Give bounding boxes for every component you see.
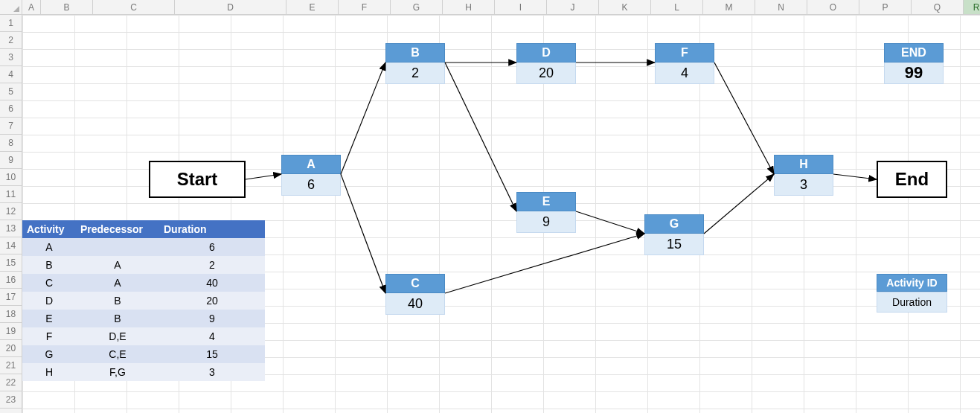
- table-row[interactable]: FD,E4: [22, 327, 265, 345]
- table-cell-activity[interactable]: C: [22, 274, 76, 292]
- table-cell-activity[interactable]: A: [22, 238, 76, 256]
- table-cell-duration[interactable]: 9: [159, 310, 265, 327]
- row-header-18[interactable]: 18: [0, 306, 22, 323]
- row-header-16[interactable]: 16: [0, 272, 22, 289]
- row-header-12[interactable]: 12: [0, 203, 22, 220]
- table-cell-predecessor[interactable]: F,G: [76, 363, 159, 381]
- table-row[interactable]: DB20: [22, 292, 265, 310]
- activity-node-H[interactable]: H3: [774, 155, 833, 196]
- table-cell-duration[interactable]: 20: [159, 292, 265, 310]
- start-node[interactable]: Start: [149, 161, 246, 198]
- table-cell-activity[interactable]: D: [22, 292, 76, 310]
- column-header-C[interactable]: C: [93, 0, 175, 15]
- activity-node-head-B: B: [385, 43, 445, 63]
- column-header-G[interactable]: G: [391, 0, 443, 15]
- row-header-4[interactable]: 4: [0, 66, 22, 83]
- column-header-Q[interactable]: Q: [912, 0, 964, 15]
- activity-node-F[interactable]: F4: [655, 43, 714, 84]
- row-header-1[interactable]: 1: [0, 15, 22, 32]
- table-header-activity[interactable]: Activity: [22, 220, 76, 238]
- row-header-17[interactable]: 17: [0, 289, 22, 306]
- column-header-I[interactable]: I: [495, 0, 547, 15]
- table-row[interactable]: EB9: [22, 310, 265, 327]
- row-header-10[interactable]: 10: [0, 169, 22, 186]
- row-header-22[interactable]: 22: [0, 374, 22, 391]
- table-row[interactable]: A6: [22, 238, 265, 256]
- row-header-15[interactable]: 15: [0, 254, 22, 272]
- row-header-21[interactable]: 21: [0, 357, 22, 374]
- activity-node-A[interactable]: A6: [281, 155, 341, 196]
- activity-node-duration-H: 3: [774, 174, 833, 196]
- table-cell-duration[interactable]: 4: [159, 327, 265, 345]
- row-header-24[interactable]: 24: [0, 409, 22, 413]
- activity-node-duration-D: 20: [516, 63, 576, 84]
- column-header-N[interactable]: N: [755, 0, 807, 15]
- column-header-J[interactable]: J: [547, 0, 599, 15]
- table-cell-activity[interactable]: F: [22, 327, 76, 345]
- legend-activity-id: Activity ID: [877, 274, 947, 292]
- activity-node-duration-E: 9: [516, 211, 576, 233]
- row-header-2[interactable]: 2: [0, 32, 22, 49]
- column-header-E[interactable]: E: [286, 0, 339, 15]
- column-header-B[interactable]: B: [41, 0, 93, 15]
- activity-node-duration-G: 15: [644, 234, 704, 255]
- table-cell-predecessor[interactable]: B: [76, 310, 159, 327]
- end-value-head: END: [884, 43, 944, 63]
- activity-node-B[interactable]: B2: [385, 43, 445, 84]
- table-row[interactable]: CA40: [22, 274, 265, 292]
- table-cell-predecessor[interactable]: B: [76, 292, 159, 310]
- table-cell-predecessor[interactable]: D,E: [76, 327, 159, 345]
- row-header-6[interactable]: 6: [0, 100, 22, 118]
- column-header-K[interactable]: K: [599, 0, 651, 15]
- table-cell-predecessor[interactable]: A: [76, 256, 159, 274]
- activity-node-head-A: A: [281, 155, 341, 174]
- activity-node-G[interactable]: G15: [644, 214, 704, 255]
- table-row[interactable]: GC,E15: [22, 345, 265, 363]
- activity-node-D[interactable]: D20: [516, 43, 576, 84]
- activity-node-duration-C: 40: [385, 293, 445, 315]
- row-header-19[interactable]: 19: [0, 323, 22, 340]
- table-header-duration[interactable]: Duration: [159, 220, 265, 238]
- column-header-A[interactable]: A: [22, 0, 41, 15]
- table-cell-duration[interactable]: 15: [159, 345, 265, 363]
- table-cell-duration[interactable]: 2: [159, 256, 265, 274]
- activity-table[interactable]: ActivityPredecessorDuration A6BA2CA40DB2…: [22, 220, 265, 381]
- table-cell-duration[interactable]: 6: [159, 238, 265, 256]
- select-all-corner[interactable]: [0, 0, 22, 15]
- table-cell-activity[interactable]: G: [22, 345, 76, 363]
- row-header-3[interactable]: 3: [0, 49, 22, 66]
- table-cell-activity[interactable]: H: [22, 363, 76, 381]
- table-cell-predecessor[interactable]: C,E: [76, 345, 159, 363]
- row-header-8[interactable]: 8: [0, 135, 22, 152]
- column-header-M[interactable]: M: [703, 0, 755, 15]
- row-header-5[interactable]: 5: [0, 83, 22, 100]
- table-cell-activity[interactable]: B: [22, 256, 76, 274]
- row-header-9[interactable]: 9: [0, 152, 22, 169]
- column-header-R[interactable]: R: [964, 0, 980, 15]
- column-header-L[interactable]: L: [651, 0, 703, 15]
- row-header-14[interactable]: 14: [0, 237, 22, 254]
- table-row[interactable]: HF,G3: [22, 363, 265, 381]
- column-header-F[interactable]: F: [339, 0, 391, 15]
- table-cell-duration[interactable]: 40: [159, 274, 265, 292]
- table-cell-activity[interactable]: E: [22, 310, 76, 327]
- table-cell-predecessor[interactable]: [76, 238, 159, 256]
- row-header-13[interactable]: 13: [0, 220, 22, 237]
- table-cell-duration[interactable]: 3: [159, 363, 265, 381]
- column-header-H[interactable]: H: [443, 0, 495, 15]
- activity-node-E[interactable]: E9: [516, 192, 576, 233]
- end-node[interactable]: End: [877, 161, 947, 198]
- activity-node-C[interactable]: C40: [385, 274, 445, 315]
- row-header-20[interactable]: 20: [0, 340, 22, 357]
- end-label: End: [895, 169, 929, 190]
- row-header-7[interactable]: 7: [0, 118, 22, 135]
- end-value-node[interactable]: END 99: [884, 43, 944, 84]
- column-header-O[interactable]: O: [807, 0, 859, 15]
- row-header-11[interactable]: 11: [0, 186, 22, 203]
- column-header-P[interactable]: P: [859, 0, 912, 15]
- column-header-D[interactable]: D: [175, 0, 286, 15]
- table-cell-predecessor[interactable]: A: [76, 274, 159, 292]
- table-header-predecessor[interactable]: Predecessor: [76, 220, 159, 238]
- row-header-23[interactable]: 23: [0, 391, 22, 409]
- table-row[interactable]: BA2: [22, 256, 265, 274]
